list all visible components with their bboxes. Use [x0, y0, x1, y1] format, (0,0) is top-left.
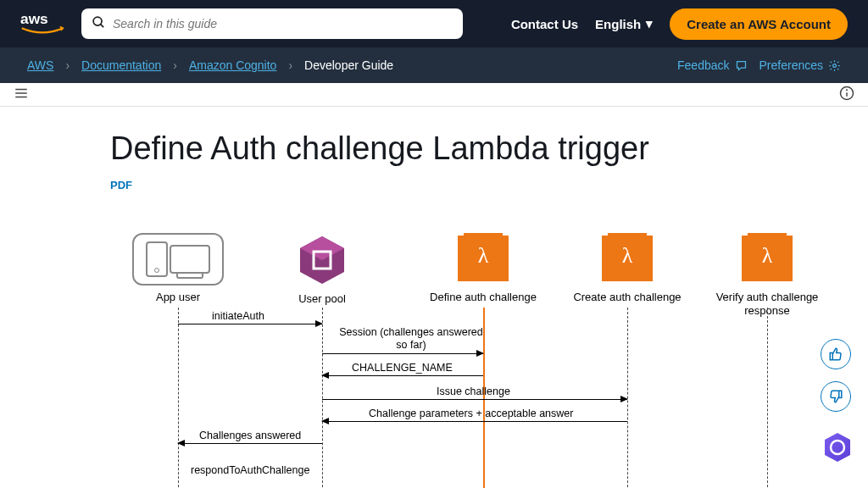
assistant-button[interactable]: [821, 430, 854, 464]
lifeline: [178, 308, 179, 488]
preferences-link[interactable]: Preferences: [760, 58, 841, 72]
pdf-link[interactable]: PDF: [110, 179, 132, 191]
lifeline: [767, 308, 768, 488]
lifeline: [322, 308, 323, 488]
sub-header: [0, 83, 868, 107]
menu-icon[interactable]: [14, 86, 29, 104]
breadcrumb-service[interactable]: Amazon Cognito: [189, 58, 277, 72]
arrow: [322, 421, 627, 422]
lifeline-highlighted: [483, 308, 485, 488]
thumbs-up-button[interactable]: [821, 339, 851, 369]
breadcrumb-documentation[interactable]: Documentation: [81, 58, 161, 72]
lambda-icon: λ: [602, 233, 653, 286]
msg-session: Session (challenges answered so far): [339, 326, 483, 352]
arrow: [322, 375, 483, 376]
svg-point-1: [93, 17, 102, 25]
language-selector[interactable]: English ▾: [595, 16, 653, 31]
actor-create-challenge: λ Create auth challenge: [568, 233, 687, 304]
arrow: [322, 353, 483, 354]
main-content: Define Auth challenge Lambda trigger PDF…: [0, 107, 868, 488]
page-title: Define Auth challenge Lambda trigger: [110, 130, 868, 167]
svg-point-9: [847, 89, 848, 90]
floating-actions: [821, 339, 854, 464]
actor-user-pool: User pool: [280, 233, 364, 306]
language-label: English: [595, 17, 641, 31]
search-icon: [92, 15, 106, 33]
chevron-right-icon: ›: [65, 58, 70, 72]
svg-line-2: [101, 24, 104, 27]
breadcrumb-current: Developer Guide: [304, 58, 393, 72]
svg-text:aws: aws: [20, 10, 48, 27]
breadcrumb-aws[interactable]: AWS: [27, 58, 53, 72]
msg-challenge-params: Challenge parameters + acceptable answer: [369, 408, 573, 419]
svg-point-3: [833, 64, 837, 67]
feedback-link[interactable]: Feedback: [677, 58, 747, 72]
actor-verify-challenge: λ Verify auth challenge response: [704, 233, 831, 319]
chevron-right-icon: ›: [288, 58, 292, 72]
lambda-icon: λ: [742, 233, 793, 286]
svg-marker-13: [825, 433, 850, 462]
msg-challenges-answered: Challenges answered: [199, 430, 301, 441]
msg-initiate-auth: initiateAuth: [212, 310, 264, 322]
aws-logo[interactable]: aws: [20, 10, 64, 37]
breadcrumb-bar: AWS › Documentation › Amazon Cognito › D…: [0, 47, 868, 83]
chevron-right-icon: ›: [173, 58, 177, 72]
info-icon[interactable]: [839, 86, 854, 104]
actor-app-user: App user: [127, 233, 229, 304]
app-user-icon: [132, 233, 224, 286]
msg-respond: respondToAuthChallenge: [191, 464, 309, 476]
chevron-down-icon: ▾: [646, 16, 653, 31]
arrow: [178, 443, 322, 444]
msg-issue-challenge: Issue challenge: [437, 385, 510, 397]
msg-challenge-name: CHALLENGE_NAME: [352, 362, 453, 374]
lambda-icon: λ: [458, 233, 509, 286]
search-input[interactable]: [113, 17, 453, 30]
user-pool-icon: [295, 233, 349, 287]
thumbs-down-button[interactable]: [821, 381, 851, 412]
actor-define-challenge: λ Define auth challenge: [415, 233, 551, 304]
arrow: [178, 324, 322, 324]
contact-us-link[interactable]: Contact Us: [511, 17, 578, 31]
top-header: aws Contact Us English ▾ Create an AWS A…: [0, 0, 868, 47]
sequence-diagram: App user User pool λ Define auth challen…: [110, 233, 868, 488]
search-box[interactable]: [81, 8, 463, 39]
arrow: [322, 399, 627, 400]
create-account-button[interactable]: Create an AWS Account: [670, 8, 848, 40]
